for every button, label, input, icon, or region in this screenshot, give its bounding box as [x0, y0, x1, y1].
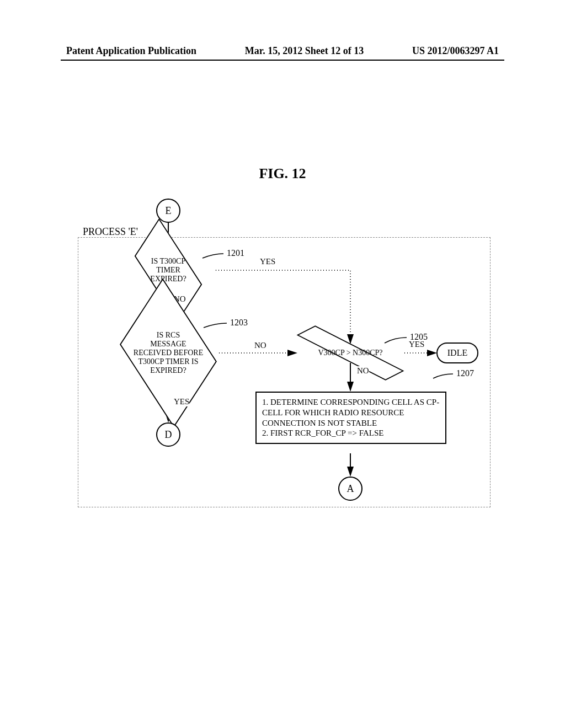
figure-title: FIG. 12: [0, 165, 565, 182]
decision-1205-text: V300CP > N300CP?: [303, 349, 397, 357]
decision-1201-text: IS T300CPTIMEREXPIRED?: [132, 257, 204, 283]
ref-1201: 1201: [227, 248, 244, 258]
header-rule: [61, 60, 504, 61]
connector-e-label: E: [166, 205, 172, 217]
process-1207-text: 1. DETERMINE CORRESPONDING CELL AS CP-CE…: [262, 398, 439, 437]
process-1207: 1. DETERMINE CORRESPONDING CELL AS CP-CE…: [255, 392, 446, 444]
flowchart: PROCESS 'E': [74, 199, 494, 518]
decision-1203-text: IS RCSMESSAGERECEIVED BEFORET300CP TIMER…: [121, 331, 215, 375]
header-right: US 2012/0063297 A1: [412, 45, 499, 57]
ref-1203: 1203: [230, 318, 248, 328]
terminator-idle-text: IDLE: [447, 348, 467, 358]
edge-1203-yes: YES: [174, 397, 189, 406]
edge-1205-yes: YES: [409, 340, 424, 349]
header-left: Patent Application Publication: [66, 45, 196, 57]
decision-1201: IS T300CPTIMEREXPIRED?: [130, 248, 207, 292]
decision-1203: IS RCSMESSAGERECEIVED BEFORET300CP TIMER…: [120, 314, 217, 392]
connector-d: D: [156, 422, 180, 447]
connector-a: A: [338, 477, 363, 501]
edge-1203-no: NO: [254, 341, 266, 350]
connector-d-label: D: [165, 429, 172, 441]
decision-1205: V300CP > N300CP?: [303, 343, 398, 363]
connector-a-label: A: [347, 483, 354, 495]
edge-1205-no: NO: [357, 366, 369, 376]
edge-1201-yes: YES: [260, 257, 275, 266]
header-center: Mar. 15, 2012 Sheet 12 of 13: [245, 45, 364, 57]
page-header: Patent Application Publication Mar. 15, …: [66, 45, 499, 57]
ref-1207: 1207: [456, 368, 474, 378]
terminator-idle: IDLE: [436, 342, 478, 363]
